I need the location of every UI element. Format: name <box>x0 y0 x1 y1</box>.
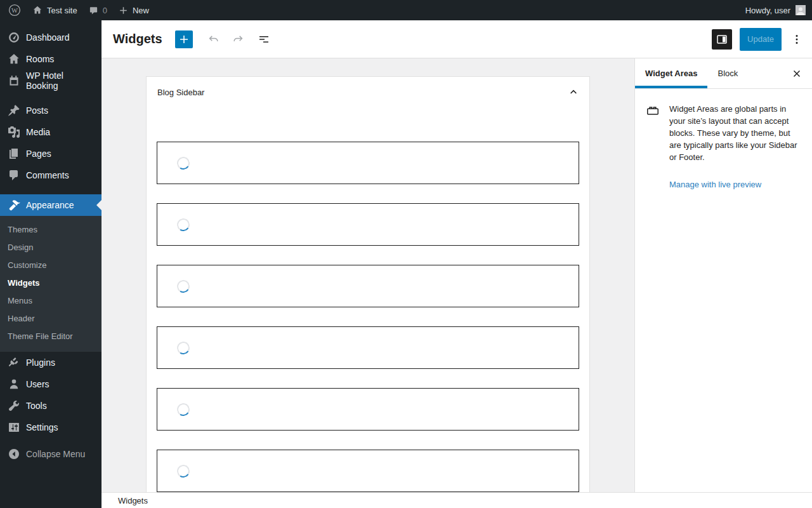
wrench-icon <box>8 399 20 412</box>
appearance-submenu: Themes Design Customize Widgets Menus He… <box>0 216 102 352</box>
sidebar-item-label: Tools <box>26 401 47 411</box>
wordpress-menu[interactable]: W <box>3 0 27 20</box>
settings-sidebar-toggle-button[interactable] <box>712 29 732 50</box>
sidebar-item-label: Posts <box>26 105 48 116</box>
manage-live-preview-link[interactable]: Manage with live preview <box>669 180 761 189</box>
media-icon <box>8 126 20 138</box>
sidebar-item-label: Rooms <box>26 54 54 64</box>
comments-bubble[interactable]: 0 <box>83 0 113 20</box>
kebab-icon <box>790 33 803 46</box>
user-icon <box>8 378 20 391</box>
sidebar-item-label: Users <box>26 379 49 389</box>
howdy-label: Howdy, user <box>745 6 790 15</box>
loading-spinner-icon <box>176 464 191 479</box>
comment-icon <box>8 169 20 182</box>
pages-icon <box>8 147 20 160</box>
sidebar-item-comments[interactable]: Comments <box>0 164 102 186</box>
submenu-item-menus[interactable]: Menus <box>0 292 102 310</box>
site-menu[interactable]: Test site <box>27 0 83 20</box>
widget-areas-panel: Widget Areas are global parts in your si… <box>635 89 812 189</box>
editor-header: Widgets Update <box>102 20 812 58</box>
submenu-item-theme-file-editor[interactable]: Theme File Editor <box>0 328 102 345</box>
submenu-item-customize[interactable]: Customize <box>0 257 102 274</box>
sidebar-item-wp-hotel-booking[interactable]: WP Hotel Booking <box>0 70 102 91</box>
sidebar-item-appearance[interactable]: Appearance <box>0 194 102 216</box>
sidebar-item-label: Dashboard <box>26 32 70 43</box>
update-button[interactable]: Update <box>740 28 782 51</box>
widget-area-title: Blog Sidebar <box>157 88 204 97</box>
tab-block[interactable]: Block <box>707 58 748 88</box>
inspector-sidebar: Widget Areas Block Widget Areas are glob… <box>634 58 812 492</box>
header-actions: Update <box>712 28 804 51</box>
loading-widget-block <box>157 388 579 431</box>
undo-button[interactable] <box>200 28 226 51</box>
redo-button[interactable] <box>226 28 251 51</box>
plus-icon <box>119 6 128 15</box>
sidebar-item-label: Pages <box>26 149 51 159</box>
block-inserter-button[interactable] <box>175 30 193 48</box>
plug-icon <box>8 356 20 369</box>
inspector-tabs: Widget Areas Block <box>635 58 812 89</box>
new-label: New <box>133 6 149 15</box>
list-view-button[interactable] <box>251 28 277 51</box>
sidebar-item-settings[interactable]: Settings <box>0 417 102 438</box>
sidebar-item-tools[interactable]: Tools <box>0 395 102 417</box>
widget-area-panel-header[interactable]: Blog Sidebar <box>147 77 589 107</box>
editor-canvas: Blog Sidebar <box>102 58 634 492</box>
options-kebab-button[interactable] <box>789 28 804 51</box>
wordpress-logo-icon: W <box>8 4 21 17</box>
calendar-icon <box>8 74 20 87</box>
comments-count: 0 <box>103 6 107 15</box>
sidebar-item-label: Media <box>26 127 50 137</box>
submenu-item-design[interactable]: Design <box>0 239 102 257</box>
submenu-item-header[interactable]: Header <box>0 310 102 328</box>
home-icon <box>8 53 20 65</box>
dashboard-icon <box>8 31 20 44</box>
sliders-icon <box>8 421 20 434</box>
undo-icon <box>207 33 219 46</box>
pushpin-icon <box>8 104 20 117</box>
admin-bar: W Test site 0 New Howdy, user <box>0 0 812 20</box>
svg-text:W: W <box>11 7 18 14</box>
account-menu[interactable]: Howdy, user <box>739 0 812 20</box>
collapse-menu-label: Collapse Menu <box>26 449 85 459</box>
sidebar-item-label: Plugins <box>26 358 55 368</box>
loading-widget-block <box>157 265 579 307</box>
sidebar-item-label: Comments <box>26 170 69 180</box>
submenu-item-widgets[interactable]: Widgets <box>0 274 102 292</box>
block-list <box>147 107 589 492</box>
collapse-menu-button[interactable]: Collapse Menu <box>0 443 102 465</box>
menu-separator <box>0 91 102 100</box>
plus-icon <box>178 33 190 46</box>
chevron-up-icon <box>568 86 579 98</box>
close-sidebar-button[interactable] <box>785 62 808 85</box>
loading-widget-block <box>157 326 579 369</box>
sidebar-item-rooms[interactable]: Rooms <box>0 48 102 70</box>
loading-widget-block <box>157 450 579 492</box>
sidebar-item-dashboard[interactable]: Dashboard <box>0 27 102 48</box>
sidebar-item-posts[interactable]: Posts <box>0 100 102 121</box>
loading-spinner-icon <box>176 156 191 171</box>
sidebar-panel-icon <box>716 33 728 46</box>
widget-areas-info: Widget Areas are global parts in your si… <box>669 103 802 189</box>
loading-spinner-icon <box>176 402 191 417</box>
tab-widget-areas[interactable]: Widget Areas <box>635 58 707 88</box>
widget-brick-icon <box>645 104 660 119</box>
admin-menu: Dashboard Rooms WP Hotel Booking Posts M… <box>0 20 102 508</box>
loading-spinner-icon <box>176 340 191 356</box>
comment-bubble-icon <box>89 6 98 15</box>
brush-icon <box>8 199 20 211</box>
sidebar-item-label: WP Hotel Booking <box>26 70 96 91</box>
sidebar-item-plugins[interactable]: Plugins <box>0 352 102 373</box>
new-content-menu[interactable]: New <box>113 0 155 20</box>
site-name: Test site <box>47 6 77 15</box>
loading-spinner-icon <box>176 217 191 232</box>
widget-areas-description: Widget Areas are global parts in your si… <box>669 103 802 164</box>
sidebar-item-pages[interactable]: Pages <box>0 143 102 164</box>
sidebar-item-users[interactable]: Users <box>0 373 102 395</box>
submenu-item-themes[interactable]: Themes <box>0 221 102 239</box>
sidebar-item-media[interactable]: Media <box>0 121 102 143</box>
loading-spinner-icon <box>176 279 191 294</box>
collapse-arrow-icon <box>8 448 20 460</box>
close-icon <box>791 68 802 79</box>
